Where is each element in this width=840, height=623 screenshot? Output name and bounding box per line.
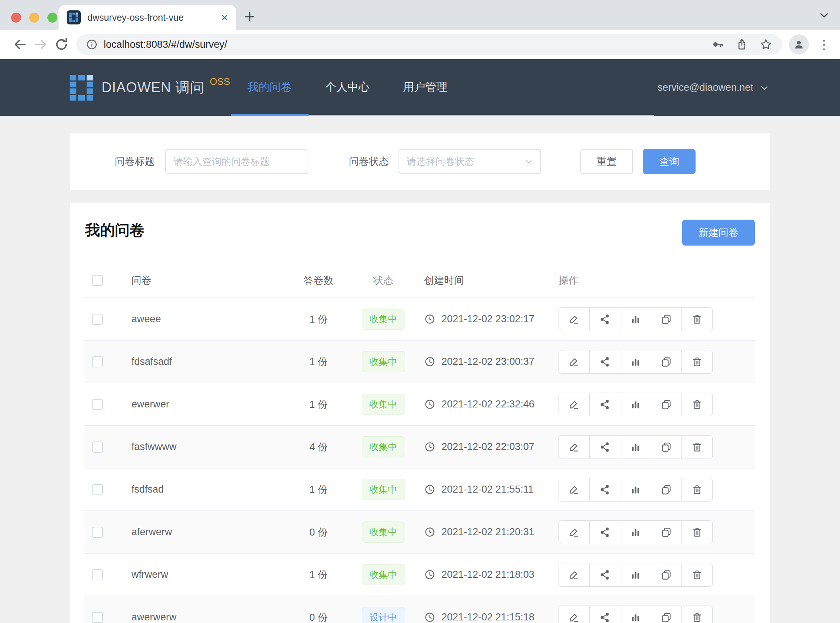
delete-button[interactable] (682, 393, 713, 416)
delete-button[interactable] (682, 478, 713, 502)
create-survey-button[interactable]: 新建问卷 (682, 219, 755, 246)
header-survey: 问卷 (126, 274, 293, 287)
bookmark-star-icon[interactable] (759, 38, 773, 51)
bar-chart-icon (630, 441, 641, 453)
copy-button[interactable] (651, 350, 682, 374)
delete-button[interactable] (682, 606, 713, 623)
edit-button[interactable] (558, 435, 590, 459)
copy-button[interactable] (651, 563, 682, 587)
password-key-icon[interactable] (712, 38, 725, 51)
survey-name: fasfwwww (126, 441, 293, 453)
reset-button[interactable]: 重置 (580, 149, 633, 174)
share-button[interactable] (589, 350, 620, 374)
status-badge: 收集中 (362, 436, 405, 457)
edit-button[interactable] (558, 350, 590, 374)
header-created-time: 创建时间 (422, 274, 552, 287)
query-button[interactable]: 查询 (643, 149, 696, 174)
share-button[interactable] (589, 393, 620, 416)
reload-icon[interactable] (51, 34, 72, 55)
share-page-icon[interactable] (736, 38, 748, 51)
stats-button[interactable] (620, 520, 651, 544)
site-info-icon[interactable] (86, 38, 98, 51)
row-checkbox[interactable] (92, 527, 103, 538)
row-checkbox[interactable] (92, 399, 103, 410)
delete-button[interactable] (682, 520, 713, 544)
forward-icon[interactable] (31, 34, 51, 55)
trash-icon (691, 399, 703, 410)
survey-title-input[interactable] (165, 149, 307, 174)
copy-icon (661, 569, 672, 581)
edit-button[interactable] (558, 478, 590, 502)
stats-button[interactable] (620, 478, 651, 502)
copy-button[interactable] (651, 606, 682, 623)
stats-button[interactable] (620, 393, 651, 416)
account-dropdown[interactable]: service@diaowen.net (658, 59, 769, 116)
select-chevron-down-icon (524, 157, 534, 166)
copy-button[interactable] (651, 520, 682, 544)
pencil-icon (568, 356, 580, 368)
menu-item-personal-center[interactable]: 个人中心 (308, 59, 386, 115)
tab-list-chevron-icon[interactable] (818, 9, 830, 21)
select-all-checkbox[interactable] (92, 275, 103, 286)
delete-button[interactable] (682, 435, 713, 459)
row-actions (558, 307, 713, 331)
row-checkbox[interactable] (92, 314, 103, 325)
row-checkbox[interactable] (92, 612, 103, 623)
row-actions (558, 520, 713, 544)
share-button[interactable] (589, 307, 620, 331)
browser-profile-avatar[interactable] (789, 34, 809, 54)
row-checkbox[interactable] (92, 569, 103, 580)
menu-item-my-surveys[interactable]: 我的问卷 (231, 59, 308, 115)
clock-icon (424, 526, 435, 538)
stats-button[interactable] (620, 435, 651, 459)
new-tab-button[interactable]: + (244, 5, 255, 29)
stats-button[interactable] (620, 307, 651, 331)
tab-close-icon[interactable]: × (221, 11, 228, 23)
edit-button[interactable] (558, 393, 590, 416)
row-checkbox[interactable] (92, 356, 103, 367)
back-icon[interactable] (10, 34, 31, 55)
share-button[interactable] (589, 606, 620, 623)
account-email: service@diaowen.net (658, 82, 753, 94)
row-checkbox[interactable] (92, 442, 103, 453)
copy-button[interactable] (651, 307, 682, 331)
share-button[interactable] (589, 478, 620, 502)
window-close-button[interactable] (11, 12, 21, 23)
stats-button[interactable] (620, 606, 651, 623)
created-time: 2021-12-02 23:00:37 (441, 356, 535, 367)
row-checkbox[interactable] (92, 484, 103, 495)
survey-list-panel: 我的问卷 新建问卷 问卷 答卷数 状态 创建时间 操作 aweee 1 份 收集… (70, 203, 769, 623)
edit-button[interactable] (558, 520, 590, 544)
window-zoom-button[interactable] (48, 12, 57, 23)
delete-button[interactable] (682, 563, 713, 587)
bar-chart-icon (630, 399, 641, 410)
edit-button[interactable] (558, 563, 590, 587)
status-badge: 设计中 (362, 607, 405, 623)
edit-button[interactable] (558, 307, 590, 331)
browser-tab[interactable]: dwsurvey-oss-front-vue × (58, 5, 236, 30)
brand[interactable]: DIAOWEN 调问 OSS (70, 59, 230, 116)
stats-button[interactable] (620, 563, 651, 587)
share-button[interactable] (589, 563, 620, 587)
url-bar[interactable]: localhost:8083/#/dw/survey/ (76, 34, 782, 55)
delete-button[interactable] (682, 307, 713, 331)
share-button[interactable] (589, 520, 620, 544)
brand-logo-icon (70, 74, 94, 102)
stats-button[interactable] (620, 350, 651, 374)
window-minimize-button[interactable] (29, 12, 39, 23)
survey-status-select[interactable]: 请选择问卷状态 (399, 149, 541, 174)
page-title: 我的问卷 (85, 220, 144, 240)
url-text[interactable]: localhost:8083/#/dw/survey/ (104, 39, 712, 51)
pencil-icon (568, 399, 580, 410)
bar-chart-icon (630, 569, 641, 581)
copy-button[interactable] (651, 478, 682, 502)
copy-button[interactable] (651, 435, 682, 459)
row-actions (558, 435, 713, 459)
browser-menu-icon[interactable]: ⋮ (818, 37, 830, 52)
clock-icon (424, 569, 435, 580)
share-button[interactable] (589, 435, 620, 459)
edit-button[interactable] (558, 606, 590, 623)
menu-item-user-management[interactable]: 用户管理 (386, 59, 464, 115)
delete-button[interactable] (682, 350, 713, 374)
copy-button[interactable] (651, 393, 682, 416)
